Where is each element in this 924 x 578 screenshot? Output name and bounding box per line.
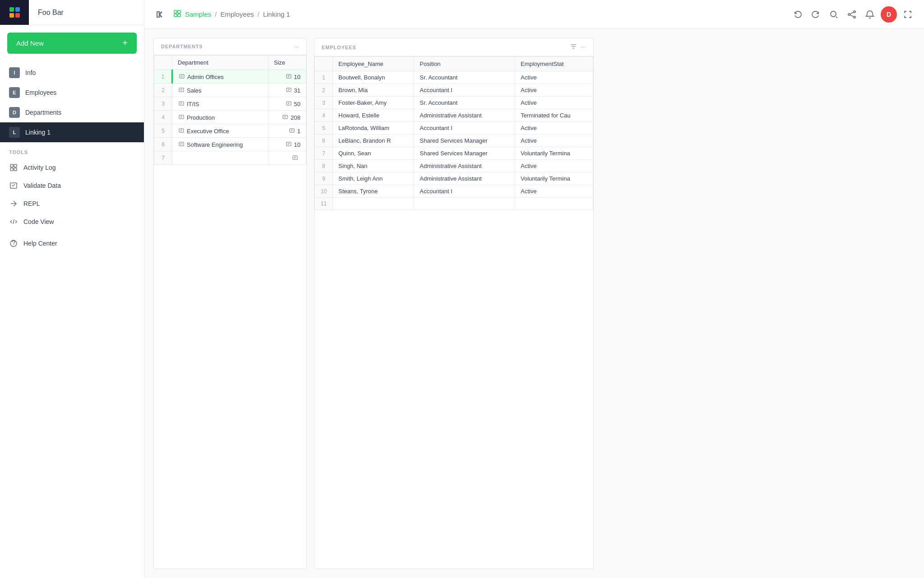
dept-size-header[interactable]: Size [268, 56, 306, 70]
dept-name-cell[interactable]: Production [172, 111, 268, 124]
svg-point-14 [854, 16, 855, 18]
expand-button[interactable] [901, 7, 915, 22]
activity-log-icon [9, 163, 18, 172]
emp-name-cell[interactable]: Foster-Baker, Amy [333, 97, 414, 109]
dept-department-header[interactable]: Department [172, 56, 268, 70]
emp-position-cell: Accountant I [414, 84, 515, 97]
emp-name-cell[interactable]: Quinn, Sean [333, 147, 414, 160]
table-row[interactable]: 11 [315, 198, 593, 210]
row-number: 3 [315, 97, 333, 109]
svg-rect-22 [283, 115, 287, 119]
sidebar: Foo Bar Add New + I Info E Employees D D… [0, 0, 144, 578]
emp-name-cell[interactable]: Singh, Nan [333, 160, 414, 172]
dept-name-cell[interactable]: IT/IS [172, 97, 268, 111]
emp-position-header[interactable]: Position [414, 57, 515, 71]
table-row[interactable]: 3Foster-Baker, AmySr. AccountantActive [315, 97, 593, 109]
table-row[interactable]: 5LaRotonda, WilliamAccountant IActive [315, 122, 593, 135]
departments-table-header: DEPARTMENTS ··· [154, 38, 306, 55]
tool-repl[interactable]: REPL [9, 195, 135, 213]
share-button[interactable] [845, 7, 859, 22]
add-new-label: Add New [16, 39, 44, 47]
employees-grid: Employee_Name Position EmploymentStat 1B… [314, 56, 593, 210]
emp-name-cell[interactable]: Howard, Estelle [333, 109, 414, 122]
employees-more-icon[interactable]: ··· [581, 43, 586, 51]
departments-more-icon[interactable]: ··· [294, 43, 299, 50]
expand-row-icon [178, 127, 185, 134]
expand-row-icon [178, 73, 185, 80]
emp-name-cell[interactable]: Steans, Tyrone [333, 185, 414, 198]
redo-button[interactable] [808, 7, 823, 22]
tool-code-view[interactable]: Code View [9, 213, 135, 231]
table-row[interactable]: 4Production208 [154, 111, 306, 124]
emp-name-cell[interactable]: Boutwell, Bonalyn [333, 71, 414, 84]
expand-size-icon [282, 113, 289, 121]
dept-name-cell[interactable]: Sales [172, 84, 268, 97]
table-row[interactable]: 6Software Engineering10 [154, 138, 306, 151]
breadcrumb-table: Employees [221, 10, 254, 18]
table-row[interactable]: 3IT/IS50 [154, 97, 306, 111]
dept-name-cell[interactable]: Executive Office [172, 124, 268, 138]
sidebar-item-info[interactable]: I Info [0, 63, 144, 83]
emp-status-cell: Active [515, 84, 593, 97]
emp-rownum-header [315, 57, 333, 71]
employees-table-header: EMPLOYEES ··· [314, 38, 593, 56]
table-row[interactable]: 2Brown, MiaAccountant IActive [315, 84, 593, 97]
search-button[interactable] [827, 7, 841, 22]
tool-help-center[interactable]: Help Center [0, 234, 144, 252]
emp-name-cell[interactable]: LaRotonda, William [333, 122, 414, 135]
expand-empty-icon [291, 154, 299, 161]
validate-icon [9, 181, 18, 190]
breadcrumb-workspace[interactable]: Samples [185, 10, 211, 18]
table-row[interactable]: 7Quinn, SeanShared Services ManagerVolun… [315, 147, 593, 160]
table-row[interactable]: 2Sales31 [154, 84, 306, 97]
undo-button[interactable] [790, 7, 805, 22]
expand-row-icon [178, 113, 185, 121]
table-row[interactable]: 9Smith, Leigh AnnAdministrative Assistan… [315, 172, 593, 185]
add-new-icon: + [122, 38, 128, 48]
sidebar-item-departments[interactable]: D Departments [0, 103, 144, 122]
expand-size-icon [285, 100, 292, 107]
info-icon: I [9, 67, 20, 78]
tool-activity-log[interactable]: Activity Log [9, 158, 135, 177]
row-number: 1 [315, 71, 333, 84]
tables-panel: DEPARTMENTS ··· Department Size 1Admin O… [144, 29, 924, 578]
tools-label: TOOLS [9, 149, 135, 155]
dept-name-cell[interactable]: Software Engineering [172, 138, 268, 151]
nav-back-button[interactable] [153, 7, 168, 22]
notifications-button[interactable] [863, 7, 877, 22]
table-row[interactable]: 6LeBlanc, Brandon RShared Services Manag… [315, 135, 593, 147]
svg-rect-24 [290, 129, 294, 132]
logo-dot-3 [9, 13, 14, 18]
dept-size-cell: 31 [268, 84, 306, 97]
emp-status-header[interactable]: EmploymentStat [515, 57, 593, 71]
emp-status-cell: Active [515, 122, 593, 135]
code-view-label: Code View [23, 218, 54, 225]
emp-name-cell[interactable]: Brown, Mia [333, 84, 414, 97]
table-row[interactable]: 5Executive Office1 [154, 124, 306, 138]
expand-row-icon [178, 86, 185, 93]
emp-name-header[interactable]: Employee_Name [333, 57, 414, 71]
svg-rect-3 [14, 168, 17, 171]
svg-rect-16 [286, 75, 291, 78]
table-row[interactable]: 8Singh, NanAdministrative AssistantActiv… [315, 160, 593, 172]
add-new-button[interactable]: Add New + [7, 33, 137, 54]
emp-name-cell[interactable]: Smith, Leigh Ann [333, 172, 414, 185]
dept-name-cell[interactable] [172, 151, 268, 165]
user-avatar[interactable]: D [881, 6, 897, 23]
table-row[interactable]: 1Boutwell, BonalynSr. AccountantActive [315, 71, 593, 84]
filter-sort-icon[interactable] [570, 43, 577, 51]
tool-validate-data[interactable]: Validate Data [9, 177, 135, 195]
table-row[interactable]: 4Howard, EstelleAdministrative Assistant… [315, 109, 593, 122]
emp-name-cell[interactable] [333, 198, 414, 210]
svg-point-12 [854, 11, 855, 13]
row-number: 7 [315, 147, 333, 160]
sidebar-item-employees[interactable]: E Employees [0, 83, 144, 103]
table-row[interactable]: 7 [154, 151, 306, 165]
row-number: 4 [154, 111, 172, 124]
dept-size-cell: 1 [268, 124, 306, 138]
table-row[interactable]: 10Steans, TyroneAccountant IActive [315, 185, 593, 198]
emp-name-cell[interactable]: LeBlanc, Brandon R [333, 135, 414, 147]
table-row[interactable]: 1Admin Offices10 [154, 70, 306, 84]
dept-name-cell[interactable]: Admin Offices [172, 70, 268, 84]
sidebar-item-linking1[interactable]: L Linking 1 [0, 122, 144, 142]
